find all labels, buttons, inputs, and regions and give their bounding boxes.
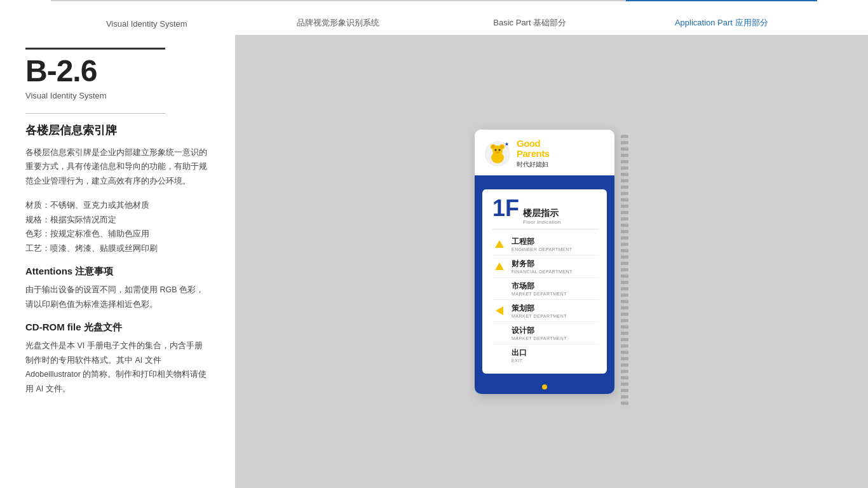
logo-row: Good Parents 时代好媳妇 [484,139,606,169]
brand-chinese: 时代好媳妇 [517,160,550,169]
sign-area: Good Parents 时代好媳妇 1F [475,116,628,408]
nav-item-application[interactable]: Application Part 应用部分 [626,0,818,35]
dept-row: 工程部 ENGINEER DEPARTMENT [492,233,599,255]
dept-en: EXIT [512,358,527,363]
dept-cn: 工程部 [512,236,573,247]
logo-text: Good Parents 时代好媳妇 [517,139,550,169]
page-code: B-2.6 [25,55,210,88]
floor-row: 1F 楼层指示 Floor Indication [492,197,599,229]
svg-point-5 [492,145,495,148]
attentions-title: Attentions 注意事项 [25,266,210,278]
dept-text: 设计部 MARKET DEPARTMENT [512,325,567,341]
footer-dot [542,384,547,390]
svg-point-6 [501,145,504,148]
dept-row: 策划部 MARKET DEPARTMENT [492,300,599,322]
specs: 材质：不锈钢、亚克力或其他材质 规格：根据实际情况而定 色彩：按规定标准色、辅助… [25,198,210,255]
attentions-body: 由于输出设备的设置不同，如需使用 RGB 色彩，请以印刷色值为标准选择相近色彩。 [25,283,210,311]
floor-label-en: Floor Indication [523,219,561,225]
arrow-up-icon [492,240,506,248]
nav-item-vis[interactable]: Visual Identity System [51,0,243,35]
dept-cn: 市场部 [512,281,567,292]
section-title: 各楼层信息索引牌 [25,123,210,138]
dept-cn: 设计部 [512,325,567,336]
sign-blue-bar [475,178,614,183]
floor-label: 楼层指示 Floor Indication [523,208,561,225]
mascot-icon [484,140,512,168]
floor-label-cn: 楼层指示 [523,208,561,219]
sign-inner: 1F 楼层指示 Floor Indication [482,189,607,374]
dept-row: 市场部 MARKET DEPARTMENT [492,278,599,300]
page-subtitle: Visual Identity System [25,91,210,100]
vertical-pole [621,135,628,408]
dept-en: ENGINEER DEPARTMENT [512,247,573,252]
dept-cn: 财务部 [512,259,573,269]
nav-item-basic[interactable]: Basic Part 基础部分 [434,0,626,35]
svg-point-9 [496,151,499,154]
dept-en: MARKET DEPARTMENT [512,314,567,318]
dept-en: MARKET DEPARTMENT [512,336,567,341]
dept-en: MARKET DEPARTMENT [512,292,567,296]
floor-number: 1F [492,197,519,220]
cdrom-body: 光盘文件是本 VI 手册电子文件的集合，内含手册制作时的专用软件格式。其中 AI… [25,339,210,396]
left-panel: B-2.6 Visual Identity System 各楼层信息索引牌 各楼… [0,35,235,488]
svg-point-7 [495,149,497,151]
arrow-up-icon [492,262,506,270]
main-sign-board: Good Parents 时代好媳妇 1F [475,130,614,394]
dept-text: 策划部 MARKET DEPARTMENT [512,303,567,318]
arrow-left-icon [492,306,506,315]
code-bar [25,48,165,50]
description: 各楼层信息索引牌是企业内部建立形象统一意识的重要方式，具有传递信息和导向的功能，… [25,146,210,189]
dept-cn: 策划部 [512,303,567,314]
dept-row: 财务部 FINANCIAL DEPARTMENT [492,255,599,278]
dept-text: 财务部 FINANCIAL DEPARTMENT [512,259,573,274]
svg-point-8 [499,149,501,151]
dept-row: 出口 EXIT [492,344,599,366]
dept-text: 工程部 ENGINEER DEPARTMENT [512,236,573,252]
top-navigation: Visual Identity System 品牌视觉形象识别系统 Basic … [0,0,868,35]
main-layout: B-2.6 Visual Identity System 各楼层信息索引牌 各楼… [0,35,868,488]
brand-name: Good Parents [517,139,550,159]
dept-en: FINANCIAL DEPARTMENT [512,269,573,274]
section-divider [25,113,165,114]
sign-footer [475,380,614,394]
dept-text: 出口 EXIT [512,348,527,363]
dept-row: 设计部 MARKET DEPARTMENT [492,322,599,344]
nav-item-brand[interactable]: 品牌视觉形象识别系统 [243,0,435,35]
right-panel: Good Parents 时代好媳妇 1F [235,35,868,488]
sign-body: 1F 楼层指示 Floor Indication [475,183,614,380]
sign-header: Good Parents 时代好媳妇 [475,130,614,178]
dept-text: 市场部 MARKET DEPARTMENT [512,281,567,296]
dept-cn: 出口 [512,348,527,358]
cdrom-title: CD-ROM file 光盘文件 [25,322,210,334]
